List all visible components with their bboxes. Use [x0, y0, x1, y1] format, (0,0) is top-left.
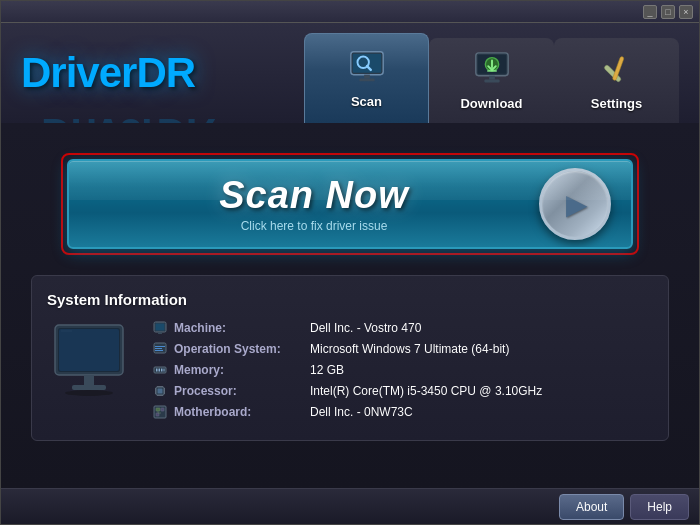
scan-now-text: Scan Now Click here to fix driver issue	[89, 175, 539, 233]
table-row: Machine: Dell Inc. - Vostro 470	[152, 320, 653, 336]
table-row: Memory: 12 GB	[152, 362, 653, 378]
settings-tab-icon	[597, 50, 637, 90]
system-info-table: Machine: Dell Inc. - Vostro 470	[152, 320, 653, 425]
titlebar: _ □ ×	[1, 1, 699, 23]
system-info-body: Machine: Dell Inc. - Vostro 470	[47, 320, 653, 425]
processor-label: Processor:	[174, 384, 304, 398]
svg-rect-36	[158, 389, 163, 394]
tab-scan[interactable]: Scan	[304, 33, 429, 123]
download-tab-label: Download	[460, 96, 522, 111]
bottom-bar: About Help	[1, 488, 699, 524]
os-label: Operation System:	[174, 342, 304, 356]
help-button[interactable]: Help	[630, 494, 689, 520]
svg-rect-34	[164, 369, 165, 372]
motherboard-icon	[152, 404, 168, 420]
svg-rect-52	[156, 413, 159, 416]
memory-icon	[152, 362, 168, 378]
download-tab-icon	[472, 50, 512, 90]
svg-rect-50	[156, 408, 160, 411]
scan-now-title: Scan Now	[89, 175, 539, 217]
svg-rect-24	[156, 324, 165, 331]
machine-value: Dell Inc. - Vostro 470	[310, 321, 421, 335]
table-row: Operation System: Microsoft Windows 7 Ul…	[152, 341, 653, 357]
motherboard-value: Dell Inc. - 0NW73C	[310, 405, 413, 419]
about-label: About	[576, 500, 607, 514]
svg-rect-5	[359, 78, 374, 81]
help-label: Help	[647, 500, 672, 514]
main-content: Scan Now Click here to fix driver issue …	[1, 123, 699, 488]
scan-now-button[interactable]: Scan Now Click here to fix driver issue	[67, 159, 633, 249]
tab-settings[interactable]: Settings	[554, 38, 679, 123]
os-icon	[152, 341, 168, 357]
table-row: Processor: Intel(R) Core(TM) i5-3450 CPU…	[152, 383, 653, 399]
svg-rect-49	[154, 406, 166, 418]
header: DriverDR DriverDR	[1, 23, 699, 123]
svg-rect-4	[364, 75, 370, 79]
main-window: _ □ × DriverDR DriverDR	[0, 0, 700, 525]
svg-point-22	[65, 390, 113, 396]
processor-value: Intel(R) Core(TM) i5-3450 CPU @ 3.10GHz	[310, 384, 542, 398]
scan-tab-icon	[347, 48, 387, 88]
scan-now-subtitle: Click here to fix driver issue	[89, 219, 539, 233]
maximize-button[interactable]: □	[661, 5, 675, 19]
svg-rect-31	[156, 369, 158, 372]
computer-image	[47, 320, 137, 400]
scan-now-arrow-icon	[539, 168, 611, 240]
scan-tab-label: Scan	[351, 94, 382, 109]
svg-rect-12	[489, 76, 495, 80]
machine-label: Machine:	[174, 321, 304, 335]
svg-rect-25	[158, 332, 162, 334]
app-logo: DriverDR	[21, 49, 195, 97]
system-info-section: System Information	[31, 275, 669, 441]
motherboard-label: Motherboard:	[174, 405, 304, 419]
svg-rect-28	[155, 348, 162, 349]
tab-download[interactable]: Download	[429, 38, 554, 123]
svg-rect-29	[155, 350, 163, 351]
about-button[interactable]: About	[559, 494, 624, 520]
svg-rect-18	[59, 329, 119, 371]
svg-rect-32	[159, 369, 161, 372]
memory-value: 12 GB	[310, 363, 344, 377]
svg-rect-21	[72, 385, 106, 390]
svg-rect-27	[155, 346, 165, 347]
machine-icon	[152, 320, 168, 336]
os-value: Microsoft Windows 7 Ultimate (64-bit)	[310, 342, 509, 356]
processor-icon	[152, 383, 168, 399]
close-button[interactable]: ×	[679, 5, 693, 19]
minimize-button[interactable]: _	[643, 5, 657, 19]
svg-rect-20	[84, 375, 94, 385]
memory-label: Memory:	[174, 363, 304, 377]
nav-tabs: Scan	[304, 23, 679, 123]
scan-now-wrapper: Scan Now Click here to fix driver issue	[61, 153, 639, 255]
table-row: Motherboard: Dell Inc. - 0NW73C	[152, 404, 653, 420]
settings-tab-label: Settings	[591, 96, 642, 111]
system-info-title: System Information	[47, 291, 653, 308]
svg-rect-33	[161, 369, 163, 372]
svg-rect-13	[484, 80, 499, 83]
titlebar-controls: _ □ ×	[643, 5, 693, 19]
svg-rect-51	[161, 408, 164, 411]
